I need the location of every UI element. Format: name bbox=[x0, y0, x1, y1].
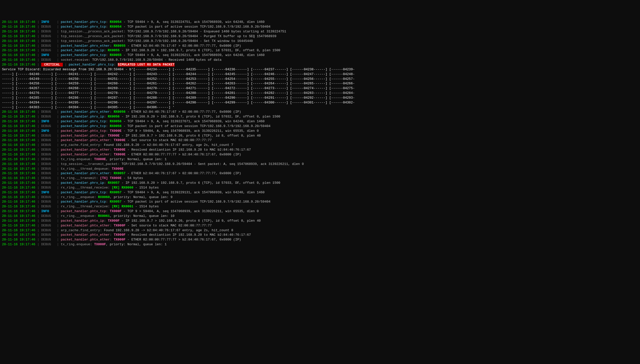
log-line: 20-11-16 19:17:46 | DEBUG | packet_handl… bbox=[2, 44, 638, 48]
log-line: 20-11-16 19:17:46 | DEBUG | packet_handl… bbox=[2, 181, 638, 186]
log-line: 20-11-16 19:17:46 | DEBUG | packet_handl… bbox=[2, 134, 638, 138]
log-line: 20-11-16 19:17:46 | DEBUG | packet_handl… bbox=[2, 152, 638, 157]
log-line: 20-11-16 19:17:46 | INFO | packet_handle… bbox=[2, 190, 638, 195]
log-line: 20-11-16 19:17:46 | DEBUG | rx_ring.__th… bbox=[2, 186, 638, 190]
log-line: 20-11-16 19:17:46 | DEBUG | packet_handl… bbox=[2, 110, 638, 114]
log-line: -----] [------04294------] [------04295-… bbox=[2, 100, 638, 105]
log-line: 20-11-16 19:17:46 | DEBUG | packet_handl… bbox=[2, 237, 638, 242]
log-line: 20-11-16 19:17:46 | DEBUG | packet_handl… bbox=[2, 171, 638, 176]
log-line: -----] [------04303------] [------04304-… bbox=[2, 105, 638, 110]
log-line: 20-11-16 19:17:46 | DEBUG | packet_handl… bbox=[2, 200, 638, 204]
log-line: 20-11-16 19:17:46 | DEBUG | packet_handl… bbox=[2, 25, 638, 29]
log-line: 20-11-16 19:17:46 | DEBUG | packet_handl… bbox=[2, 138, 638, 143]
log-line: 20-11-16 19:17:46 | DEBUG | tcp_session.… bbox=[2, 29, 638, 34]
log-line: 20-11-16 19:17:46 | DEBUG | packet_handl… bbox=[2, 48, 638, 53]
log-line: 20-11-16 19:17:46 | INFO | packet_handle… bbox=[2, 20, 638, 25]
log-line: 20-11-16 19:17:46 | DEBUG | tx_ring.enqu… bbox=[2, 242, 638, 247]
log-line: 20-11-16 19:17:46 | DEBUG | rx_ring.__th… bbox=[2, 204, 638, 209]
log-line: -----] [------04249------] [------04250-… bbox=[2, 77, 638, 82]
log-line: 20-11-16 19:17:46 | DEBUG | packet_handl… bbox=[2, 148, 638, 152]
log-line: 20-11-16 19:17:46 | INFO | packet_handle… bbox=[2, 129, 638, 134]
log-line: 20-11-16 19:17:46 | DEBUG | packet_handl… bbox=[2, 233, 638, 237]
log-line: -----] [------04240------] [------04241-… bbox=[2, 72, 638, 77]
log-line: Service TCP Discard: Discarded message f… bbox=[2, 67, 638, 72]
log-line: 20-11-16 19:17:46 | INFO | packet_handle… bbox=[2, 53, 638, 58]
log-line: 20-11-16 19:17:46 | DEBUG | tcp_session.… bbox=[2, 34, 638, 39]
log-line: 20-11-16 19:17:46 | DEBUG | tx_ring.__th… bbox=[2, 167, 638, 171]
log-line: 20-11-16 19:17:46 | DEBUG | arp_cache.fi… bbox=[2, 228, 638, 233]
log-line: -----] [------04267------] [------04268-… bbox=[2, 86, 638, 91]
log-container: 20-11-16 19:17:46 | INFO | packet_handle… bbox=[2, 20, 638, 247]
log-line: 20-11-16 19:17:46 | INFO | packet_handle… bbox=[2, 119, 638, 124]
log-line: 20-11-16 19:17:46 | DEBUG | tcp_session.… bbox=[2, 39, 638, 44]
log-line: 20-11-16 19:17:46 | CRITICAL | packet_ha… bbox=[2, 63, 638, 67]
log-line: 20-11-16 19:17:46 | DEBUG | rx_ring.__en… bbox=[2, 214, 638, 219]
log-line: 20-11-16 19:17:46 | DEBUG | packet_handl… bbox=[2, 114, 638, 119]
log-line: 20-11-16 19:17:46 | DEBUG | tx_ring.enqu… bbox=[2, 157, 638, 162]
log-line: -----] [------04285------] [------04286-… bbox=[2, 96, 638, 100]
log-line: 20-11-16 19:17:46 | DEBUG | rx_ring.__en… bbox=[2, 195, 638, 200]
log-line: 20-11-16 19:17:46 | DEBUG | socket.recei… bbox=[2, 58, 638, 63]
log-line: 20-11-16 19:17:46 | INFO | packet_handle… bbox=[2, 209, 638, 214]
log-line: 20-11-16 19:17:46 | DEBUG | arp_cache.fi… bbox=[2, 143, 638, 148]
log-line: 20-11-16 19:17:46 | DEBUG | packet_handl… bbox=[2, 124, 638, 129]
log-line: 20-11-16 19:17:46 | DEBUG | tx_ring.__tr… bbox=[2, 176, 638, 181]
log-line: -----] [------04258------] [------04259-… bbox=[2, 81, 638, 86]
log-line: 20-11-16 19:17:46 | DEBUG | packet_handl… bbox=[2, 219, 638, 223]
log-line: 20-11-16 19:17:46 | DEBUG | tcp_session.… bbox=[2, 162, 638, 167]
log-line: 20-11-16 19:17:46 | DEBUG | packet_handl… bbox=[2, 223, 638, 228]
log-line: -----] [------04276------] [------04277-… bbox=[2, 91, 638, 96]
